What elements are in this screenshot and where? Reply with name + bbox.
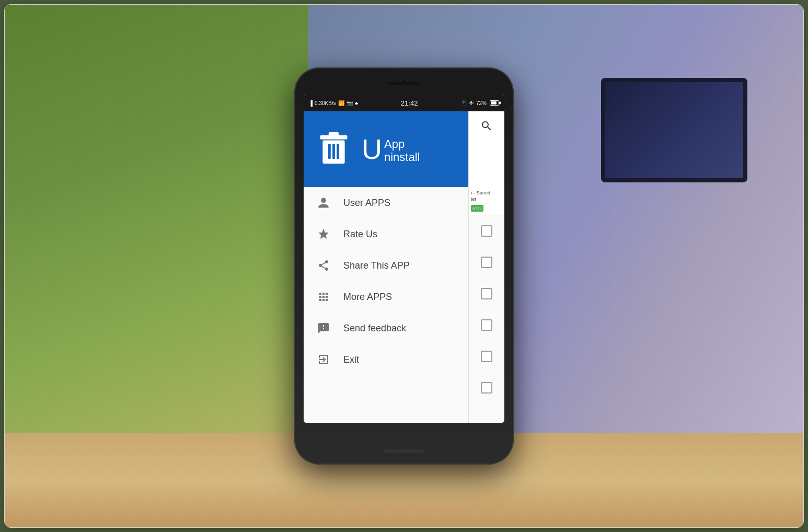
svg-rect-4: [332, 144, 335, 159]
battery-level: 72%: [476, 100, 487, 106]
drawer-item-user-apps[interactable]: User APPS: [304, 187, 468, 218]
app-layout: U App ninstall: [304, 111, 504, 423]
more-apps-label: More APPS: [343, 292, 392, 303]
phone-home-button[interactable]: [383, 449, 425, 453]
status-right: 📱 👁 72%: [460, 100, 499, 106]
status-left: ▐ 0.30KB/s 📶 📷 ♣: [309, 100, 358, 106]
user-apps-label: User APPS: [343, 198, 390, 209]
phone-screen: ▐ 0.30KB/s 📶 📷 ♣ 21:42 📱 👁 72%: [304, 95, 504, 423]
grid-icon: [316, 290, 331, 304]
share-app-label: Share This APP: [343, 260, 410, 271]
app-title-row: U App ninstall: [362, 135, 420, 163]
star-icon: [316, 227, 331, 241]
checkbox-6[interactable]: [481, 382, 492, 394]
drawer-item-rate-us[interactable]: Rate Us: [304, 218, 468, 250]
app-name-line1: App: [384, 138, 420, 151]
speed-badge: ดาวน์: [471, 205, 483, 212]
right-panel: r - Speed ter ดาวน์: [468, 111, 504, 423]
eye-icon: 👁: [469, 100, 474, 106]
checkbox-row-4[interactable]: [469, 309, 504, 341]
app-title-block: U App ninstall: [362, 135, 420, 163]
status-time: 21:42: [401, 99, 418, 107]
app-name-line2: ninstall: [384, 151, 420, 164]
drawer-panel: U App ninstall: [304, 111, 468, 423]
checkbox-list: [469, 215, 504, 403]
drawer-item-send-feedback[interactable]: Send feedback: [304, 313, 468, 344]
phone-device: ▐ 0.30KB/s 📶 📷 ♣ 21:42 📱 👁 72%: [294, 67, 514, 465]
data-speed: 0.30KB/s: [315, 100, 336, 106]
speed-card-text2: ter: [471, 196, 502, 203]
search-icon[interactable]: [480, 120, 493, 135]
right-panel-header: [469, 111, 504, 187]
share-icon: [316, 258, 331, 273]
checkbox-5[interactable]: [481, 351, 492, 362]
svg-rect-1: [329, 132, 339, 136]
checkbox-4[interactable]: [481, 319, 492, 331]
exit-label: Exit: [343, 354, 359, 365]
signal-icon: ▐: [309, 100, 313, 106]
battery-icon: [490, 100, 499, 106]
checkbox-row-5[interactable]: [469, 341, 504, 372]
checkbox-row-1[interactable]: [469, 215, 504, 247]
status-bar: ▐ 0.30KB/s 📶 📷 ♣ 21:42 📱 👁 72%: [304, 95, 504, 111]
phone-body: ▐ 0.30KB/s 📶 📷 ♣ 21:42 📱 👁 72%: [294, 67, 514, 465]
person-icon: [316, 195, 331, 210]
image-icon: 📷: [347, 100, 353, 106]
usb-icon: ♣: [355, 100, 359, 106]
app-u-letter: U: [362, 135, 382, 163]
drawer-item-more-apps[interactable]: More APPS: [304, 281, 468, 313]
monitor: [601, 78, 747, 182]
checkbox-1[interactable]: [481, 225, 492, 237]
speed-card: r - Speed ter ดาวน์: [469, 187, 504, 215]
drawer-item-share-app[interactable]: Share This APP: [304, 250, 468, 281]
checkbox-3[interactable]: [481, 288, 492, 299]
monitor-screen: [605, 82, 743, 178]
rate-us-label: Rate Us: [343, 229, 377, 240]
checkbox-row-6[interactable]: [469, 372, 504, 403]
app-header: U App ninstall: [304, 111, 468, 187]
checkbox-row-2[interactable]: [469, 247, 504, 278]
feedback-icon: [316, 321, 331, 336]
phone-speaker: [388, 82, 420, 85]
app-name-lines: App ninstall: [384, 135, 420, 163]
checkbox-2[interactable]: [481, 257, 492, 268]
checkbox-row-3[interactable]: [469, 278, 504, 309]
svg-rect-5: [337, 144, 339, 159]
drawer-item-exit[interactable]: Exit: [304, 344, 468, 375]
exit-icon: [316, 352, 331, 367]
speed-card-text1: r - Speed: [471, 190, 502, 196]
trash-icon-container: [314, 126, 353, 173]
drawer-menu: User APPS Rate Us: [304, 187, 468, 423]
wifi-icon: 📶: [338, 100, 344, 106]
outer-frame: ▐ 0.30KB/s 📶 📷 ♣ 21:42 📱 👁 72%: [4, 4, 804, 528]
sim-icon: 📱: [460, 100, 467, 106]
trash-icon: [317, 130, 351, 169]
svg-rect-3: [328, 144, 331, 159]
send-feedback-label: Send feedback: [343, 323, 406, 334]
